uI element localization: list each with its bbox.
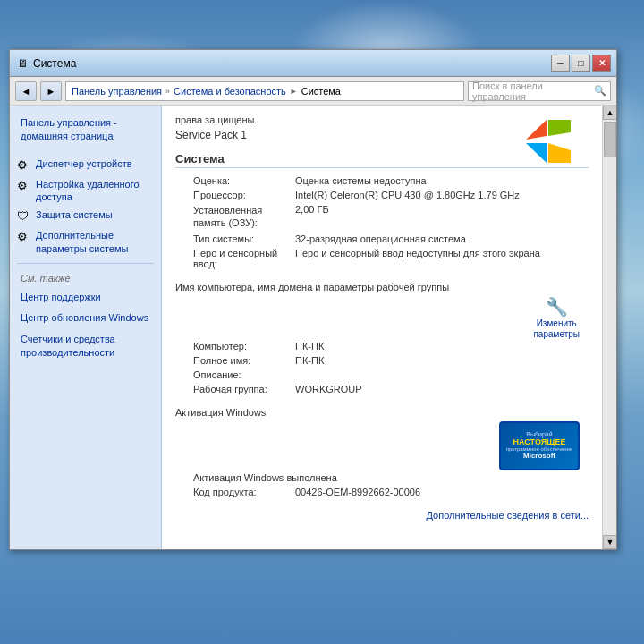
computer-name-value: ПК-ПК <box>292 339 589 353</box>
minimize-button[interactable]: ─ <box>551 55 570 72</box>
back-button[interactable]: ◄ <box>15 81 37 101</box>
close-button[interactable]: ✕ <box>592 55 611 72</box>
pen-value: Перо и сенсорный ввод недоступны для это… <box>292 246 589 271</box>
computer-name-label: Компьютер: <box>175 339 292 353</box>
sidebar-divider <box>17 263 154 264</box>
sidebar-item-remote-access[interactable]: ⚙ Настройка удаленного доступа <box>10 175 161 207</box>
windows-logo <box>521 114 575 168</box>
product-key-row: Код продукта: 00426-OEM-8992662-00006 <box>175 485 589 499</box>
badge-text-top: Выбирай <box>526 431 552 437</box>
activation-title: Активация Windows <box>175 407 589 418</box>
advanced-settings-label: Дополнительные параметры системы <box>36 229 154 255</box>
os-type-label: Тип системы: <box>175 232 292 246</box>
pen-row: Перо и сенсорный ввод: Перо и сенсорный … <box>175 246 589 271</box>
rating-label: Оценка: <box>175 174 292 188</box>
change-params-button[interactable]: 🔧 Изменитьпараметры <box>533 296 580 339</box>
content-area: Панель управления - домашняя страница ⚙ … <box>10 106 616 549</box>
breadcrumb[interactable]: Панель управления » Система и безопаснос… <box>65 81 464 101</box>
window-icon: 🖥 <box>15 56 30 71</box>
system-protection-icon: 🛡 <box>17 209 31 224</box>
activation-content: Выбирай НАСТОЯЩЕЕ программное обеспечени… <box>175 421 589 499</box>
activation-info-table: Активация Windows выполнена Код продукта… <box>175 470 589 499</box>
badge-text-main: НАСТОЯЩЕЕ <box>513 437 566 447</box>
computer-name-row: Компьютер: ПК-ПК <box>175 339 589 353</box>
scrollbar[interactable]: ▲ ▼ <box>602 106 616 549</box>
system-protection-label: Защита системы <box>36 208 113 221</box>
forward-button[interactable]: ► <box>40 81 62 101</box>
product-key-value: 00426-OEM-8992662-00006 <box>292 485 589 499</box>
description-row: Описание: <box>175 368 589 382</box>
sidebar-item-advanced-settings[interactable]: ⚙ Дополнительные параметры системы <box>10 226 161 258</box>
scroll-track <box>603 120 616 535</box>
description-label: Описание: <box>175 368 292 382</box>
rating-value[interactable]: Оценка системы недоступна <box>292 174 589 188</box>
sidebar-home-link[interactable]: Панель управления - домашняя страница <box>10 113 161 148</box>
more-info-link[interactable]: Дополнительные сведения в сети... <box>175 510 589 521</box>
search-box[interactable]: Поиск в панели управления 🔍 <box>468 81 611 101</box>
description-value <box>292 368 589 382</box>
sidebar-support-center[interactable]: Центр поддержки <box>10 287 161 308</box>
workgroup-label: Рабочая группа: <box>175 382 292 396</box>
search-icon: 🔍 <box>594 85 606 97</box>
processor-row: Процессор: Intel(R) Celeron(R) CPU 430 @… <box>175 188 589 202</box>
addressbar: ◄ ► Панель управления » Система и безопа… <box>10 77 616 106</box>
computer-section-title: Имя компьютера, имя домена и параметры р… <box>175 282 589 292</box>
device-manager-icon: ⚙ <box>17 158 31 173</box>
processor-value: Intel(R) Celeron(R) CPU 430 @ 1.80GHz 1.… <box>292 188 589 202</box>
window-title: Система <box>33 57 76 70</box>
system-window: 🖥 Система ─ □ ✕ ◄ ► Панель управления » … <box>9 49 617 550</box>
processor-label: Процессор: <box>175 188 292 202</box>
breadcrumb-security[interactable]: Система и безопасность <box>174 86 286 97</box>
breadcrumb-arrow-2: ► <box>290 87 298 96</box>
activation-status-text: Активация Windows выполнена <box>193 472 337 483</box>
scroll-up-button[interactable]: ▲ <box>603 106 616 120</box>
device-manager-label: Диспетчер устройств <box>36 157 132 170</box>
activation-section: Активация Windows Выбирай НАСТОЯЩЕЕ прог… <box>175 407 589 521</box>
change-params-label: Изменитьпараметры <box>533 318 580 339</box>
os-type-value: 32-разрядная операционная система <box>292 232 589 246</box>
sidebar: Панель управления - домашняя страница ⚙ … <box>10 106 162 549</box>
remote-access-label: Настройка удаленного доступа <box>36 178 154 204</box>
advanced-settings-icon: ⚙ <box>17 230 31 244</box>
product-key-label: Код продукта: <box>175 485 292 499</box>
ram-value: 2,00 ГБ <box>292 202 589 232</box>
activation-status-cell: Активация Windows выполнена <box>175 470 589 485</box>
search-placeholder: Поиск в панели управления <box>472 80 590 102</box>
activation-status-row: Активация Windows выполнена <box>175 470 589 485</box>
badge-ms: Microsoft <box>523 452 555 460</box>
fullname-value: ПК-ПК <box>292 353 589 368</box>
breadcrumb-current: Система <box>301 86 341 97</box>
fullname-row: Полное имя: ПК-ПК <box>175 353 589 368</box>
fullname-label: Полное имя: <box>175 353 292 368</box>
titlebar: 🖥 Система ─ □ ✕ <box>10 50 616 77</box>
change-params-icon: 🔧 <box>533 296 580 318</box>
system-info-table: Оценка: Оценка системы недоступна Процес… <box>175 174 589 271</box>
workgroup-value: WORKGROUP <box>292 382 589 396</box>
workgroup-row: Рабочая группа: WORKGROUP <box>175 382 589 396</box>
main-panel: права защищены. Service Pack 1 Система О… <box>162 106 602 549</box>
scroll-down-button[interactable]: ▼ <box>603 535 616 549</box>
pen-label: Перо и сенсорный ввод: <box>175 246 292 271</box>
breadcrumb-home[interactable]: Панель управления <box>72 86 162 97</box>
remote-access-icon: ⚙ <box>17 179 31 193</box>
see-also-heading: См. также <box>10 269 161 287</box>
ram-label: Установленная память (ОЗУ): <box>175 202 292 232</box>
maximize-button[interactable]: □ <box>572 55 590 72</box>
window-controls: ─ □ ✕ <box>551 55 611 72</box>
sidebar-windows-update[interactable]: Центр обновления Windows <box>10 308 161 328</box>
sidebar-performance[interactable]: Счетчики и средства производительности <box>10 329 161 364</box>
genuine-badge: Выбирай НАСТОЯЩЕЕ программное обеспечени… <box>499 421 580 470</box>
titlebar-left: 🖥 Система <box>15 56 76 71</box>
breadcrumb-arrow-1: » <box>165 87 170 96</box>
computer-section-content: 🔧 Изменитьпараметры Компьютер: ПК-ПК Пол… <box>175 296 589 396</box>
sidebar-item-device-manager[interactable]: ⚙ Диспетчер устройств <box>10 155 161 175</box>
scroll-thumb[interactable] <box>604 122 616 157</box>
computer-info-table: Компьютер: ПК-ПК Полное имя: ПК-ПК Описа… <box>175 339 589 396</box>
sidebar-item-system-protection[interactable]: 🛡 Защита системы <box>10 206 161 226</box>
rating-row: Оценка: Оценка системы недоступна <box>175 174 589 188</box>
os-type-row: Тип системы: 32-разрядная операционная с… <box>175 232 589 246</box>
ram-row: Установленная память (ОЗУ): 2,00 ГБ <box>175 202 589 232</box>
